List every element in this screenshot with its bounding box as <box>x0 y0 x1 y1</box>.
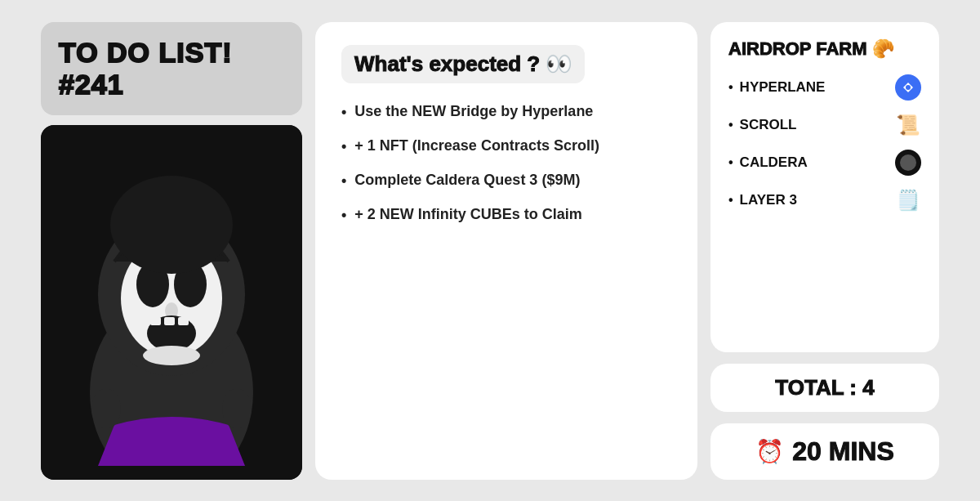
svg-point-15 <box>906 85 911 90</box>
svg-point-11 <box>143 346 200 365</box>
hyperlane-icon <box>895 74 921 101</box>
ghost-image <box>41 125 302 480</box>
farm-name-layer3: LAYER 3 <box>740 192 797 208</box>
right-panel: AIRDROP FARM 🥐 • HYPERLANE <box>710 22 939 480</box>
total-box: TOTAL : 4 <box>710 364 939 412</box>
what-expected-header: What's expected ? 👀 <box>341 45 585 83</box>
farm-item-caldera: • CALDERA <box>728 150 921 176</box>
farm-item-hyperlane: • HYPERLANE <box>728 74 921 101</box>
airdrop-farm-box: AIRDROP FARM 🥐 • HYPERLANE <box>710 22 939 352</box>
farm-name-hyperlane: HYPERLANE <box>740 79 826 96</box>
svg-point-14 <box>110 176 233 274</box>
svg-rect-10 <box>178 317 189 325</box>
total-label: TOTAL : 4 <box>775 375 874 400</box>
svg-rect-9 <box>164 317 175 325</box>
farm-item-scroll: • SCROLL 📜 <box>728 112 921 138</box>
farm-item-hyperlane-left: • HYPERLANE <box>728 79 825 96</box>
task-text-2: + 1 NFT (Increase Contracts Scroll) <box>354 137 599 154</box>
task-item-3: • Complete Caldera Quest 3 ($9M) <box>341 172 671 190</box>
title-box: TO DO LIST! #241 <box>41 22 302 115</box>
farm-item-layer3: • LAYER 3 🗒️ <box>728 187 921 213</box>
main-title: TO DO LIST! #241 <box>59 37 284 101</box>
caldera-inner <box>900 154 916 171</box>
time-box: ⏰ 20 MINS <box>710 423 939 480</box>
svg-point-12 <box>91 388 121 429</box>
layer3-icon: 🗒️ <box>895 187 921 213</box>
main-container: TO DO LIST! #241 <box>41 22 939 480</box>
task-text-4: + 2 NEW Infinity CUBEs to Claim <box>354 206 582 223</box>
time-icon: ⏰ <box>755 438 784 465</box>
caldera-icon <box>895 150 921 176</box>
middle-panel: What's expected ? 👀 • Use the NEW Bridge… <box>315 22 697 480</box>
svg-point-13 <box>222 388 252 429</box>
task-bullet-2: • <box>341 138 346 155</box>
left-panel: TO DO LIST! #241 <box>41 22 302 480</box>
task-bullet-1: • <box>341 104 346 121</box>
farm-item-scroll-left: • SCROLL <box>728 117 797 133</box>
ghost-svg <box>49 139 294 466</box>
task-bullet-4: • <box>341 207 346 224</box>
farm-name-caldera: CALDERA <box>740 154 808 171</box>
task-bullet-3: • <box>341 172 346 190</box>
farm-item-layer3-left: • LAYER 3 <box>728 192 797 208</box>
task-text-1: Use the NEW Bridge by Hyperlane <box>354 103 593 120</box>
task-item-2: • + 1 NFT (Increase Contracts Scroll) <box>341 137 671 155</box>
farm-name-scroll: SCROLL <box>740 117 797 133</box>
scroll-icon: 📜 <box>895 112 921 138</box>
farm-list: • HYPERLANE • SCROLL <box>728 74 921 213</box>
ghost-image-box <box>41 125 302 480</box>
airdrop-header: AIRDROP FARM 🥐 <box>728 38 921 60</box>
task-text-3: Complete Caldera Quest 3 ($9M) <box>354 172 580 189</box>
task-list: • Use the NEW Bridge by Hyperlane • + 1 … <box>341 103 671 224</box>
svg-rect-8 <box>150 317 161 325</box>
hyperlane-logo-svg <box>900 79 916 96</box>
farm-item-caldera-left: • CALDERA <box>728 154 808 171</box>
task-item-4: • + 2 NEW Infinity CUBEs to Claim <box>341 206 671 224</box>
time-label: 20 MINS <box>792 436 893 467</box>
task-item-1: • Use the NEW Bridge by Hyperlane <box>341 103 671 121</box>
